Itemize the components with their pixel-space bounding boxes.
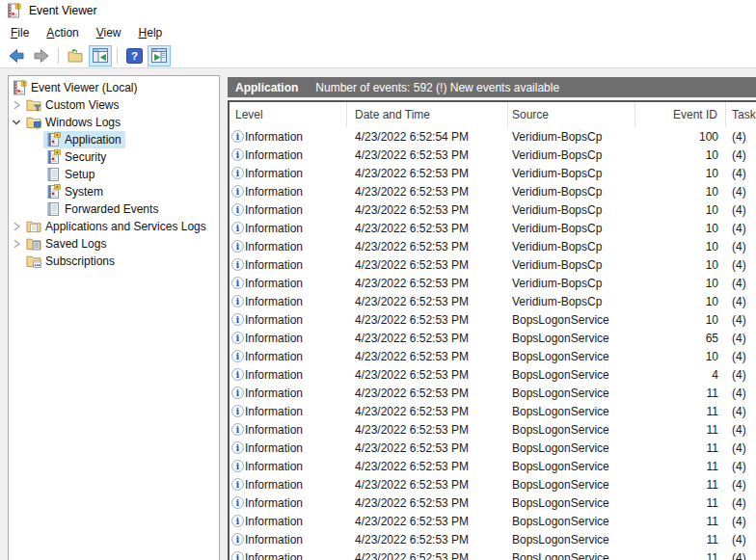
event-row[interactable]: iInformation 4/23/2022 6:52:53 PM BopsLo… bbox=[230, 310, 756, 329]
tree-item-subscriptions[interactable]: Subscriptions bbox=[9, 253, 219, 270]
information-icon: i bbox=[231, 478, 244, 491]
eventviewer-icon bbox=[12, 80, 27, 95]
cell-datetime: 4/23/2022 6:52:53 PM bbox=[347, 405, 508, 418]
event-row[interactable]: iInformation 4/23/2022 6:52:53 PM Veridi… bbox=[230, 164, 756, 182]
help-button[interactable]: ? bbox=[122, 45, 146, 67]
cell-level: iInformation bbox=[230, 277, 347, 290]
tree-item-custom-views[interactable]: Custom Views bbox=[9, 96, 219, 114]
chevron-icon bbox=[9, 253, 24, 269]
column-header-source[interactable]: Source bbox=[508, 102, 635, 127]
help-icon: ? bbox=[126, 48, 143, 64]
chevron-icon[interactable] bbox=[9, 219, 24, 234]
information-icon: i bbox=[231, 460, 244, 472]
cell-level: iInformation bbox=[230, 441, 347, 455]
column-header-date-and-time[interactable]: Date and Time bbox=[347, 102, 508, 127]
svg-text:?: ? bbox=[130, 50, 137, 62]
cell-source: Veridium-BopsCp bbox=[508, 258, 635, 272]
event-row[interactable]: iInformation 4/23/2022 6:52:53 PM BopsLo… bbox=[230, 530, 756, 548]
cell-source: BopsLogonService bbox=[508, 405, 635, 418]
cell-event-id: 10 bbox=[635, 148, 726, 162]
event-row[interactable]: iInformation 4/23/2022 6:52:53 PM Veridi… bbox=[230, 255, 756, 274]
cell-source: Veridium-BopsCp bbox=[508, 277, 635, 290]
event-row[interactable]: iInformation 4/23/2022 6:52:53 PM BopsLo… bbox=[230, 439, 756, 457]
event-row[interactable]: iInformation 4/23/2022 6:52:53 PM BopsLo… bbox=[230, 548, 756, 560]
event-row[interactable]: iInformation 4/23/2022 6:52:53 PM BopsLo… bbox=[230, 329, 756, 347]
log-alert-icon bbox=[45, 149, 61, 165]
event-row[interactable]: iInformation 4/23/2022 6:52:54 PM Veridi… bbox=[230, 127, 756, 146]
menu-item-action[interactable]: Action bbox=[38, 23, 87, 42]
tree-item-application[interactable]: Application bbox=[9, 131, 219, 148]
information-icon: i bbox=[231, 368, 244, 381]
event-row[interactable]: iInformation 4/23/2022 6:52:53 PM Veridi… bbox=[230, 182, 756, 200]
menu-item-file[interactable]: File bbox=[2, 23, 38, 42]
event-row[interactable]: iInformation 4/23/2022 6:52:53 PM Veridi… bbox=[230, 219, 756, 237]
tree-item-saved-logs[interactable]: Saved Logs bbox=[9, 235, 219, 253]
event-row[interactable]: iInformation 4/23/2022 6:52:53 PM Veridi… bbox=[230, 274, 756, 292]
tree-item-security[interactable]: Security bbox=[9, 148, 219, 166]
events-table: LevelDate and TimeSourceEvent IDTask Cat… bbox=[228, 100, 756, 560]
cell-task-category: (4) bbox=[726, 350, 756, 363]
cell-level: iInformation bbox=[230, 295, 347, 308]
cell-task-category: (4) bbox=[726, 551, 756, 560]
cell-event-id: 11 bbox=[635, 515, 726, 528]
event-row[interactable]: iInformation 4/23/2022 6:52:53 PM BopsLo… bbox=[230, 475, 756, 493]
open-saved-log-button[interactable] bbox=[64, 45, 87, 67]
information-icon: i bbox=[231, 203, 244, 216]
cell-source: Veridium-BopsCp bbox=[508, 167, 635, 180]
menu-item-view[interactable]: View bbox=[88, 23, 130, 42]
chevron-icon[interactable] bbox=[9, 97, 24, 113]
folder-monitor-icon bbox=[26, 115, 41, 130]
console-tree-toggle-button[interactable] bbox=[89, 45, 112, 67]
cell-task-category: (4) bbox=[726, 423, 756, 437]
chevron-icon[interactable] bbox=[9, 236, 24, 252]
tree-item-windows-logs[interactable]: Windows Logs bbox=[9, 114, 219, 131]
cell-source: BopsLogonService bbox=[508, 515, 635, 528]
event-row[interactable]: iInformation 4/23/2022 6:52:53 PM Veridi… bbox=[230, 237, 756, 255]
information-icon: i bbox=[231, 332, 244, 344]
cell-task-category: (4) bbox=[726, 222, 756, 235]
tree-item-system[interactable]: System bbox=[9, 183, 219, 200]
cell-source: Veridium-BopsCp bbox=[508, 222, 635, 235]
cell-datetime: 4/23/2022 6:52:53 PM bbox=[347, 423, 508, 437]
tree-item-event-viewer-local[interactable]: Event Viewer (Local) bbox=[9, 79, 219, 96]
log-plain-icon bbox=[45, 201, 61, 217]
cell-task-category: (4) bbox=[726, 533, 756, 547]
cell-datetime: 4/23/2022 6:52:53 PM bbox=[347, 222, 508, 235]
cell-source: BopsLogonService bbox=[508, 533, 635, 547]
information-icon: i bbox=[231, 350, 244, 362]
information-icon: i bbox=[231, 240, 244, 253]
cell-datetime: 4/23/2022 6:52:53 PM bbox=[347, 258, 508, 272]
chevron-icon[interactable] bbox=[9, 115, 24, 130]
action-pane-toggle-button[interactable] bbox=[148, 45, 171, 67]
cell-event-id: 4 bbox=[635, 368, 726, 382]
forward-button[interactable] bbox=[30, 45, 53, 67]
column-header-task-category[interactable]: Task Category bbox=[726, 102, 756, 127]
event-row[interactable]: iInformation 4/23/2022 6:52:53 PM BopsLo… bbox=[230, 347, 756, 365]
cell-task-category: (4) bbox=[726, 277, 756, 290]
event-row[interactable]: iInformation 4/23/2022 6:52:53 PM BopsLo… bbox=[230, 493, 756, 512]
cell-event-id: 100 bbox=[635, 130, 726, 144]
menu-item-help[interactable]: Help bbox=[130, 23, 172, 42]
cell-level: iInformation bbox=[230, 515, 347, 528]
event-row[interactable]: iInformation 4/23/2022 6:52:53 PM BopsLo… bbox=[230, 420, 756, 439]
tree-item-setup[interactable]: Setup bbox=[9, 166, 219, 183]
tree-item-applications-and-services-logs[interactable]: Applications and Services Logs bbox=[9, 218, 219, 235]
information-icon: i bbox=[231, 551, 244, 560]
information-icon: i bbox=[231, 313, 244, 326]
event-row[interactable]: iInformation 4/23/2022 6:52:53 PM BopsLo… bbox=[230, 384, 756, 402]
cell-level: iInformation bbox=[230, 148, 347, 162]
event-row[interactable]: iInformation 4/23/2022 6:52:53 PM Veridi… bbox=[230, 146, 756, 164]
event-row[interactable]: iInformation 4/23/2022 6:52:53 PM BopsLo… bbox=[230, 512, 756, 530]
chevron-icon bbox=[28, 149, 43, 165]
column-header-event-id[interactable]: Event ID bbox=[635, 102, 726, 127]
event-row[interactable]: iInformation 4/23/2022 6:52:53 PM Veridi… bbox=[230, 200, 756, 219]
event-row[interactable]: iInformation 4/23/2022 6:52:53 PM Veridi… bbox=[230, 292, 756, 310]
cell-source: Veridium-BopsCp bbox=[508, 185, 635, 199]
event-row[interactable]: iInformation 4/23/2022 6:52:53 PM BopsLo… bbox=[230, 365, 756, 384]
tree-item-forwarded-events[interactable]: Forwarded Events bbox=[9, 200, 219, 218]
open-folder-icon bbox=[67, 48, 84, 64]
event-row[interactable]: iInformation 4/23/2022 6:52:53 PM BopsLo… bbox=[230, 457, 756, 475]
column-header-level[interactable]: Level bbox=[230, 102, 347, 127]
event-row[interactable]: iInformation 4/23/2022 6:52:53 PM BopsLo… bbox=[230, 402, 756, 420]
back-button[interactable] bbox=[5, 45, 28, 67]
